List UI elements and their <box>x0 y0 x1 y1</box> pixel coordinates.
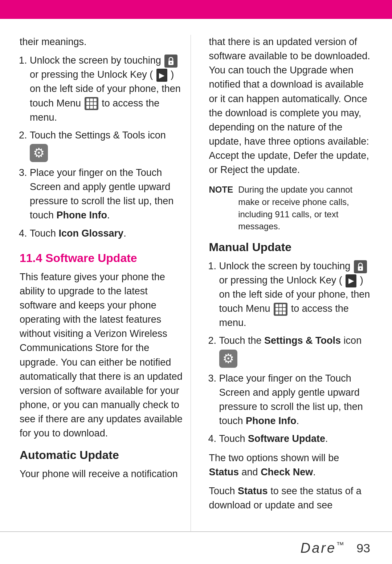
auto-update-body: Your phone will receive a notification <box>20 467 183 481</box>
item3-bold: Phone Info <box>57 210 107 221</box>
item2-text: Touch the Settings & Tools icon <box>30 130 166 141</box>
key-side-icon-2: ▶ <box>346 274 356 287</box>
item4-bold: Icon Glossary <box>59 228 124 239</box>
settings-icon-2 <box>219 350 237 368</box>
section-body: This feature gives your phone the abilit… <box>20 270 183 441</box>
menu-icon <box>85 97 98 110</box>
lock-icon-2 <box>354 260 367 273</box>
m-item4-text-before: Touch <box>219 433 248 444</box>
list-item-1: Unlock the screen by touching or pressin… <box>30 53 183 125</box>
auto-update-heading: Automatic Update <box>20 448 183 462</box>
note-text: During the update you cannot make or rec… <box>238 184 372 232</box>
left-list: Unlock the screen by touching or pressin… <box>20 53 183 241</box>
status-bold-2: Status <box>238 486 268 496</box>
m-item2-text-after: icon <box>341 335 362 346</box>
logo-word: Dare <box>301 540 336 556</box>
page-number: 93 <box>356 541 370 555</box>
list-item-4: Touch Icon Glossary. <box>30 226 183 241</box>
right-intro: that there is an updated version of soft… <box>209 35 373 177</box>
top-bar <box>0 0 392 19</box>
logo-tm: ™ <box>336 540 346 549</box>
svg-point-1 <box>170 62 172 64</box>
status-bold: Status <box>209 467 239 478</box>
settings-icon-1 <box>30 144 48 162</box>
list-item-2: Touch the Settings & Tools icon <box>30 128 183 162</box>
m-item3-text-after: . <box>297 415 299 426</box>
lock-icon <box>164 55 177 68</box>
manual-item-1: Unlock the screen by touching or pressin… <box>219 259 373 330</box>
item1-text-before: Unlock the screen by touching <box>30 55 161 66</box>
m-item3-bold: Phone Info <box>246 415 296 426</box>
m-item4-bold: Software Update <box>248 433 325 444</box>
manual-item-3: Place your finger on the Touch Screen an… <box>219 371 373 428</box>
section-heading: 11.4 Software Update <box>20 251 183 265</box>
dare-logo: Dare™ 93 <box>301 540 370 556</box>
manual-item-2: Touch the Settings & Tools icon <box>219 334 373 367</box>
item3-text-after: . <box>107 210 110 221</box>
m-item1-text-after: or pressing the Unlock Key ( <box>219 275 342 286</box>
menu-dots <box>86 98 97 109</box>
check-new-bold: Check New <box>261 467 313 478</box>
manual-update-heading: Manual Update <box>209 241 373 254</box>
menu-dots-2 <box>275 304 286 314</box>
item1-text-after: or pressing the Unlock Key ( <box>30 69 153 80</box>
dare-text: Dare™ <box>301 540 346 556</box>
m-item2-text-before: Touch the <box>219 335 265 346</box>
m-item4-text-after: . <box>325 433 328 444</box>
touch-status-text: Touch Status to see the status of a down… <box>209 484 373 512</box>
key-side-icon: ▶ <box>156 69 167 82</box>
m-item2-bold: Settings & Tools <box>264 335 341 346</box>
item4-text-after: . <box>123 228 126 239</box>
right-column: that there is an updated version of soft… <box>205 35 373 531</box>
menu-icon-2 <box>274 303 287 316</box>
two-options-text: The two options shown will be Status and… <box>209 451 373 479</box>
touch-text: Touch <box>209 486 235 496</box>
note-label: NOTE <box>209 184 233 232</box>
and-text: and <box>242 467 258 478</box>
item4-text-before: Touch <box>30 228 59 239</box>
two-options-label: The two options shown will be <box>209 452 339 463</box>
left-column: their meanings. Unlock the screen by tou… <box>20 35 191 531</box>
manual-item-4: Touch Software Update. <box>219 432 373 446</box>
m-item1-text-before: Unlock the screen by touching <box>219 261 351 271</box>
svg-point-3 <box>360 268 361 269</box>
list-item-3: Place your finger on the Touch Screen an… <box>30 166 183 223</box>
manual-list: Unlock the screen by touching or pressin… <box>209 259 373 446</box>
note-block: NOTE During the update you cannot make o… <box>209 184 373 232</box>
intro-text: their meanings. <box>20 35 183 49</box>
bottom-bar: Dare™ 93 <box>0 531 392 564</box>
